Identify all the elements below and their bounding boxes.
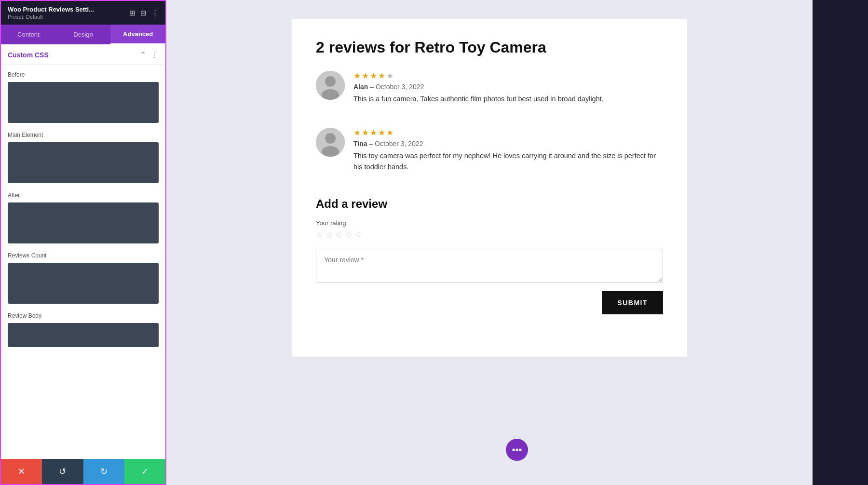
star-1-3: ★ [370,71,377,81]
review-body-label: Review Body [8,312,159,319]
svg-point-1 [325,76,336,87]
right-bar [813,0,868,485]
star-1-1: ★ [353,71,361,81]
more-icon[interactable]: ⋮ [151,9,159,17]
star-1-2: ★ [362,71,369,81]
svg-point-4 [325,133,336,144]
css-section-main-element: Main Element [8,132,159,183]
main-content: 2 reviews for Retro Toy Camera ★ ★ ★ ★ ★ [166,0,813,485]
review-item-2: ★ ★ ★ ★ ★ Tina – October 3, 2022 This to… [316,128,663,182]
star-1-4: ★ [378,71,385,81]
custom-css-title: Custom CSS [8,51,49,59]
redo-button[interactable]: ↻ [83,459,124,484]
reviewer-meta-1: Alan – October 3, 2022 [353,83,604,91]
options-icon[interactable]: ⋮ [151,50,159,59]
review-body-1: ★ ★ ★ ★ ★ Alan – October 3, 2022 This is… [353,71,604,105]
before-textarea[interactable] [8,82,159,123]
reviews-count-textarea[interactable] [8,263,159,304]
review-text-2: This toy camera was perfect for my nephe… [353,150,663,173]
review-item: ★ ★ ★ ★ ★ Alan – October 3, 2022 This is… [316,71,663,114]
star-2-5: ★ [386,128,393,138]
add-review-section: Add a review Your rating ☆ ☆ ☆ ☆ ☆ SUBMI… [316,197,663,314]
tabs: Content Design Advanced [1,25,165,44]
rating-label: Your rating [316,219,663,227]
reviewer-meta-2: Tina – October 3, 2022 [353,140,663,148]
after-label: After [8,192,159,199]
collapse-icon[interactable]: ⌃ [140,50,146,59]
sidebar-title: Woo Product Reviews Setti... [8,6,94,13]
css-section-reviews-count: Reviews Count [8,252,159,304]
fab-icon: ••• [512,445,522,456]
submit-button[interactable]: SUBMIT [602,291,663,314]
close-button[interactable]: ✕ [1,459,42,484]
add-review-title: Add a review [316,197,663,211]
review-body-2: ★ ★ ★ ★ ★ Tina – October 3, 2022 This to… [353,128,663,173]
sidebar-header-icons: ⊞ ⊟ ⋮ [129,9,159,17]
rating-star-1[interactable]: ☆ [316,229,324,240]
star-2-3: ★ [370,128,377,138]
reviewer-date-1: – October 3, 2022 [370,83,424,91]
main-element-textarea[interactable] [8,142,159,183]
css-section-after: After [8,192,159,243]
rating-star-2[interactable]: ☆ [326,229,333,240]
after-textarea[interactable] [8,202,159,243]
rating-star-3[interactable]: ☆ [335,229,343,240]
star-2-4: ★ [378,128,385,138]
reviewer-date-2: – October 3, 2022 [369,140,423,148]
star-2-1: ★ [353,128,361,138]
reviewer-name-1: Alan [353,83,368,91]
before-label: Before [8,71,159,78]
main-element-label: Main Element [8,132,159,138]
rating-stars: ☆ ☆ ☆ ☆ ☆ [316,229,663,240]
review-body-textarea[interactable] [8,323,159,347]
settings-icon[interactable]: ⊞ [129,9,136,17]
sidebar-header: Woo Product Reviews Setti... Preset: Def… [1,1,165,25]
sidebar-content[interactable]: Before Main Element After Reviews Count … [1,65,165,459]
sidebar: Woo Product Reviews Setti... Preset: Def… [0,0,166,485]
css-section-review-body: Review Body [8,312,159,347]
rating-star-5[interactable]: ☆ [354,229,362,240]
tab-advanced[interactable]: Advanced [110,25,165,44]
review-input[interactable] [316,249,663,283]
tab-design[interactable]: Design [56,25,111,44]
custom-css-controls: ⌃ ⋮ [140,50,159,59]
content-card: 2 reviews for Retro Toy Camera ★ ★ ★ ★ ★ [292,19,687,357]
sidebar-preset: Preset: Default [8,14,94,20]
star-1-5: ★ [386,71,393,81]
stars-1: ★ ★ ★ ★ ★ [353,71,604,81]
reviews-heading: 2 reviews for Retro Toy Camera [316,39,663,56]
review-text-1: This is a fun camera. Takes authentic fi… [353,94,604,105]
sidebar-toolbar: ✕ ↺ ↻ ✓ [1,459,165,484]
rating-star-4[interactable]: ☆ [345,229,353,240]
stars-2: ★ ★ ★ ★ ★ [353,128,663,138]
save-button[interactable]: ✓ [124,459,165,484]
fab-button[interactable]: ••• [506,439,528,461]
css-section-before: Before [8,71,159,123]
reviews-count-label: Reviews Count [8,252,159,259]
tab-content[interactable]: Content [1,25,56,44]
avatar-2 [316,128,345,157]
grid-icon[interactable]: ⊟ [140,9,147,17]
reviewer-name-2: Tina [353,140,367,148]
sidebar-header-left: Woo Product Reviews Setti... Preset: Def… [8,6,94,20]
custom-css-header: Custom CSS ⌃ ⋮ [1,44,165,65]
avatar [316,71,345,100]
star-2-2: ★ [362,128,369,138]
undo-button[interactable]: ↺ [42,459,83,484]
